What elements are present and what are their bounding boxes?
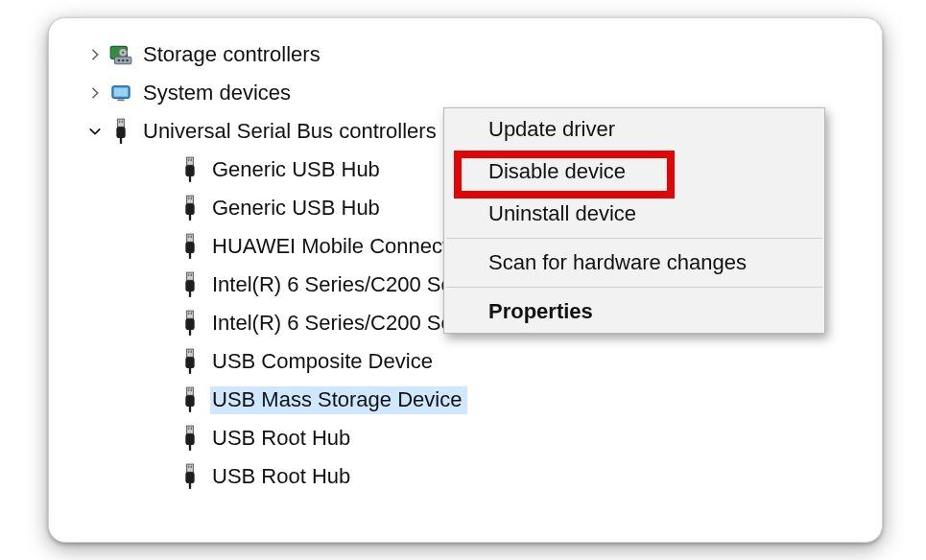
ctx-uninstall-device[interactable]: Uninstall device bbox=[444, 193, 824, 235]
svg-point-5 bbox=[122, 59, 125, 62]
svg-rect-47 bbox=[191, 389, 192, 392]
svg-rect-40 bbox=[187, 349, 194, 357]
ctx-item-label: Properties bbox=[488, 299, 593, 323]
svg-rect-46 bbox=[188, 389, 189, 392]
svg-rect-57 bbox=[191, 466, 192, 469]
svg-rect-51 bbox=[188, 428, 189, 431]
ctx-item-label: Scan for hardware changes bbox=[488, 250, 747, 274]
ctx-properties[interactable]: Properties bbox=[444, 291, 824, 333]
svg-rect-49 bbox=[189, 407, 191, 412]
svg-rect-13 bbox=[116, 127, 125, 138]
svg-rect-44 bbox=[189, 368, 191, 374]
svg-rect-21 bbox=[188, 198, 189, 200]
svg-rect-23 bbox=[185, 203, 194, 215]
svg-rect-38 bbox=[185, 318, 194, 330]
svg-rect-25 bbox=[187, 234, 194, 242]
usb-icon bbox=[176, 347, 204, 376]
svg-rect-54 bbox=[189, 445, 191, 451]
tree-item-label: Generic USB Hub bbox=[212, 196, 380, 221]
usb-icon bbox=[176, 462, 204, 491]
svg-rect-29 bbox=[189, 253, 191, 259]
svg-rect-45 bbox=[187, 387, 194, 395]
usb-icon bbox=[176, 194, 204, 222]
ctx-item-label: Update driver bbox=[488, 117, 615, 141]
usb-icon bbox=[176, 309, 204, 338]
usb-icon bbox=[176, 270, 204, 299]
ctx-item-label: Uninstall device bbox=[488, 201, 636, 225]
svg-rect-19 bbox=[189, 176, 191, 182]
svg-rect-35 bbox=[187, 311, 194, 318]
svg-rect-50 bbox=[187, 426, 194, 433]
svg-rect-11 bbox=[119, 121, 120, 124]
svg-rect-10 bbox=[118, 119, 125, 127]
ctx-disable-device[interactable]: Disable device bbox=[444, 151, 824, 193]
usb-icon bbox=[107, 117, 135, 146]
tree-item-label: Intel(R) 6 Series/C200 Ser bbox=[212, 272, 460, 297]
ctx-update-driver[interactable]: Update driver bbox=[444, 108, 824, 151]
ctx-separator bbox=[446, 238, 822, 239]
usb-icon bbox=[176, 155, 204, 184]
context-menu: Update driver Disable device Uninstall d… bbox=[443, 107, 825, 334]
tree-item-label: Generic USB Hub bbox=[212, 157, 380, 182]
tree-item-usb-mass-storage-device[interactable]: USB Mass Storage Device bbox=[49, 381, 882, 419]
tree-item-system-devices[interactable]: System devices bbox=[49, 74, 882, 112]
system-devices-icon bbox=[107, 79, 135, 107]
svg-rect-30 bbox=[187, 272, 194, 280]
svg-rect-24 bbox=[189, 215, 191, 221]
tree-item-storage-controllers[interactable]: Storage controllers bbox=[49, 35, 882, 74]
ctx-scan-hardware-changes[interactable]: Scan for hardware changes bbox=[444, 242, 824, 284]
tree-item-label: HUAWEI Mobile Connect bbox=[212, 234, 448, 259]
tree-item-label: Intel(R) 6 Series/C200 Ser bbox=[212, 311, 460, 336]
chevron-down-icon[interactable] bbox=[83, 125, 107, 138]
svg-rect-9 bbox=[117, 99, 124, 101]
usb-icon bbox=[176, 424, 204, 453]
svg-point-2 bbox=[122, 52, 124, 54]
svg-rect-52 bbox=[191, 428, 192, 431]
ctx-item-label: Disable device bbox=[488, 159, 626, 183]
svg-rect-28 bbox=[185, 242, 194, 253]
svg-rect-26 bbox=[188, 236, 189, 239]
svg-rect-56 bbox=[188, 466, 189, 469]
svg-rect-31 bbox=[188, 274, 189, 277]
storage-controllers-icon bbox=[107, 40, 135, 69]
svg-rect-58 bbox=[185, 472, 194, 483]
svg-rect-37 bbox=[191, 313, 192, 315]
svg-rect-34 bbox=[189, 292, 191, 297]
tree-item-label: Storage controllers bbox=[143, 42, 321, 67]
svg-rect-18 bbox=[185, 165, 194, 176]
tree-item-label: USB Composite Device bbox=[212, 349, 433, 374]
svg-rect-27 bbox=[191, 236, 192, 239]
svg-rect-16 bbox=[188, 159, 189, 162]
tree-item-label: USB Root Hub bbox=[212, 426, 350, 451]
tree-item-usb-root-hub[interactable]: USB Root Hub bbox=[49, 419, 882, 457]
chevron-right-icon[interactable] bbox=[83, 86, 107, 100]
ctx-separator bbox=[446, 287, 822, 288]
svg-rect-17 bbox=[191, 159, 192, 162]
tree-item-usb-root-hub[interactable]: USB Root Hub bbox=[49, 457, 882, 496]
tree-item-label: USB Root Hub bbox=[212, 464, 350, 489]
svg-rect-36 bbox=[188, 313, 189, 315]
tree-item-label: USB Mass Storage Device bbox=[210, 386, 467, 414]
svg-rect-20 bbox=[187, 196, 194, 203]
usb-icon bbox=[176, 385, 204, 414]
tree-item-label: Universal Serial Bus controllers bbox=[143, 119, 437, 144]
svg-rect-59 bbox=[189, 483, 191, 489]
svg-rect-32 bbox=[191, 274, 192, 277]
svg-rect-8 bbox=[114, 88, 129, 97]
chevron-right-icon[interactable] bbox=[83, 48, 107, 61]
tree-item-label: System devices bbox=[143, 81, 291, 105]
usb-icon bbox=[176, 232, 204, 261]
svg-rect-33 bbox=[185, 280, 194, 292]
svg-point-6 bbox=[126, 59, 129, 62]
svg-point-4 bbox=[118, 59, 121, 62]
svg-rect-55 bbox=[187, 464, 194, 472]
svg-rect-12 bbox=[122, 121, 123, 124]
svg-rect-48 bbox=[185, 395, 194, 407]
svg-rect-39 bbox=[189, 330, 191, 336]
svg-rect-43 bbox=[185, 357, 194, 368]
tree-item-usb-composite-device[interactable]: USB Composite Device bbox=[49, 342, 882, 381]
svg-rect-53 bbox=[185, 433, 194, 445]
svg-rect-15 bbox=[187, 157, 194, 165]
svg-rect-41 bbox=[188, 351, 189, 354]
svg-rect-14 bbox=[120, 138, 122, 144]
